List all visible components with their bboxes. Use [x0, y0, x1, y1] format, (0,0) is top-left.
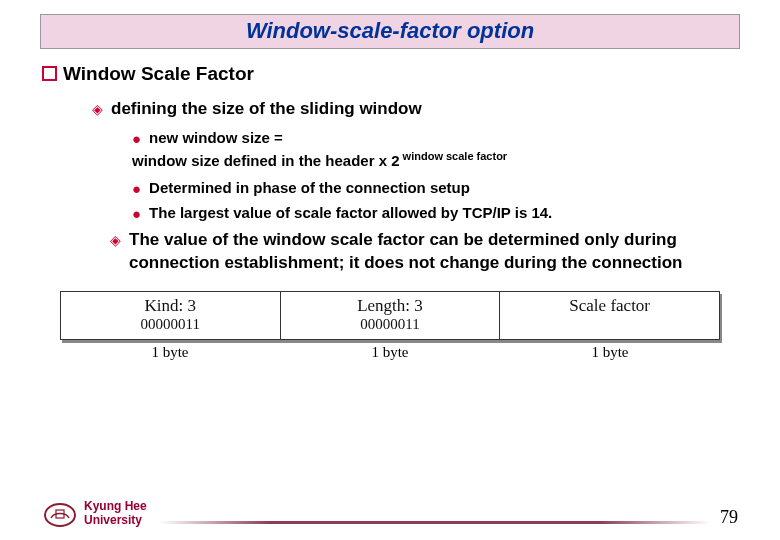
diamond-bullet-icon: ◈	[110, 232, 121, 248]
diagram-cell-scale: Scale factor	[500, 292, 719, 339]
page-number: 79	[720, 507, 738, 528]
heading-row: Window Scale Factor	[42, 63, 738, 85]
diagram-boxes: Kind: 3 00000011 Length: 3 00000011 Scal…	[60, 291, 720, 340]
footer-divider	[159, 521, 710, 524]
dot-bullet-icon: ●	[132, 180, 141, 197]
bullet-text-2: Determined in phase of the connection se…	[149, 179, 470, 196]
diagram-label-2: 1 byte	[280, 344, 500, 361]
diagram-cell-length: Length: 3 00000011	[281, 292, 501, 339]
paragraph-text: The value of the window scale factor can…	[129, 229, 696, 275]
diagram-label-1: 1 byte	[60, 344, 280, 361]
diagram-labels: 1 byte 1 byte 1 byte	[60, 344, 720, 361]
bullet-text-3: The largest value of scale factor allowe…	[149, 204, 552, 221]
dot-bullet-icon: ●	[132, 130, 141, 147]
diamond-bullet-icon: ◈	[92, 101, 103, 117]
bullet-row-3: ● The largest value of scale factor allo…	[132, 204, 738, 221]
university-name: Kyung Hee University	[84, 500, 147, 528]
option-format-diagram: Kind: 3 00000011 Length: 3 00000011 Scal…	[60, 291, 720, 361]
diagram-cell-scale-top: Scale factor	[500, 296, 719, 316]
slide-title-bar: Window-scale-factor option	[40, 14, 740, 49]
subheading-text: defining the size of the sliding window	[111, 99, 422, 119]
heading-text: Window Scale Factor	[63, 63, 254, 85]
university-logo-icon	[42, 502, 78, 528]
paragraph-row: ◈ The value of the window scale factor c…	[110, 229, 696, 275]
bullet-row-2: ● Determined in phase of the connection …	[132, 179, 738, 196]
university-line-2: University	[84, 514, 147, 528]
slide-content: Window Scale Factor ◈ defining the size …	[42, 63, 738, 361]
diagram-label-3: 1 byte	[500, 344, 720, 361]
bullet-text-1a: new window size =	[149, 129, 283, 146]
slide-footer: Kyung Hee University 79	[0, 500, 780, 528]
diagram-cell-kind-top: Kind: 3	[61, 296, 280, 316]
diagram-cell-length-bot: 00000011	[281, 316, 500, 333]
formula-prefix: window size defined in the header x 2	[132, 152, 400, 169]
diagram-cell-kind: Kind: 3 00000011	[61, 292, 281, 339]
subheading-row: ◈ defining the size of the sliding windo…	[92, 99, 738, 119]
university-line-1: Kyung Hee	[84, 500, 147, 514]
dot-bullet-icon: ●	[132, 205, 141, 222]
bullet-row-1: ● new window size =	[132, 129, 738, 146]
formula-line: window size defined in the header x 2 wi…	[132, 150, 738, 169]
diagram-cell-length-top: Length: 3	[281, 296, 500, 316]
slide-title: Window-scale-factor option	[246, 18, 534, 43]
square-bullet-icon	[42, 66, 57, 81]
diagram-cell-kind-bot: 00000011	[61, 316, 280, 333]
formula-superscript: window scale factor	[400, 150, 508, 162]
svg-point-0	[45, 504, 75, 526]
